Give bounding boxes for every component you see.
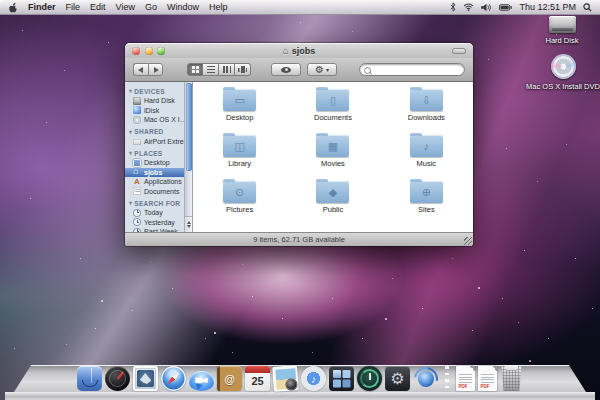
sidebar-item-applications[interactable]: Applications [125, 177, 192, 187]
battery-icon[interactable] [499, 4, 512, 11]
quick-look-button[interactable] [271, 63, 301, 76]
apple-menu[interactable] [8, 2, 17, 13]
search-field[interactable] [359, 63, 465, 76]
sidebar-item-airport-extreme[interactable]: AirPort Extreme [125, 137, 192, 147]
address-book-icon: @ [217, 366, 242, 391]
coverflow-view-icon [238, 66, 247, 73]
dock-ichat[interactable] [189, 371, 214, 391]
sidebar-section-search-for[interactable]: ▾SEARCH FOR [125, 199, 192, 209]
folder-glyph-icon: ⊕ [410, 181, 443, 203]
search-input[interactable] [375, 65, 455, 75]
bluetooth-icon[interactable] [450, 2, 456, 12]
gear-icon: ⚙ [315, 65, 324, 75]
window-titlebar[interactable]: ⌂ sjobs [125, 43, 473, 58]
sidebar-scrollbar[interactable] [184, 82, 192, 232]
front-row-icon [413, 366, 438, 391]
menu-window[interactable]: Window [167, 2, 199, 12]
menu-go[interactable]: Go [145, 2, 157, 12]
resize-grip[interactable] [464, 237, 472, 245]
sidebar-section-devices[interactable]: ▾DEVICES [125, 87, 192, 97]
zoom-button[interactable] [157, 47, 165, 55]
spotlight-search-icon[interactable] [583, 3, 592, 12]
dock-spaces[interactable] [329, 366, 354, 391]
sidebar-item-documents[interactable]: Documents [125, 187, 192, 197]
hard-disk-icon [133, 97, 141, 105]
view-button-list-view[interactable] [203, 63, 219, 76]
folder-movies[interactable]: ▦Movies [291, 135, 375, 181]
menu-finder[interactable]: Finder [28, 2, 56, 12]
menu-edit[interactable]: Edit [90, 2, 106, 12]
applications-icon [133, 178, 141, 186]
sidebar-section-places[interactable]: ▾PLACES [125, 149, 192, 159]
sidebar-item-label: Applications [144, 178, 182, 185]
sidebar-item-label: Mac OS X I… [144, 116, 187, 123]
folder-icon: ▦ [316, 135, 349, 157]
action-menu-button[interactable]: ⚙ ▾ [307, 63, 337, 76]
wifi-icon[interactable] [463, 3, 474, 11]
scrollbar-thumb[interactable] [186, 83, 192, 171]
view-button-coverflow-view[interactable] [235, 63, 251, 76]
menu-clock[interactable]: Thu 12:51 PM [519, 2, 576, 12]
dock-iphoto[interactable] [273, 366, 298, 391]
idisk-icon [133, 106, 141, 114]
sidebar-item-idisk[interactable]: iDisk [125, 106, 192, 116]
address-book-glyph: @ [217, 366, 242, 391]
scroll-down-icon[interactable] [187, 225, 191, 230]
view-button-column-view[interactable] [219, 63, 235, 76]
dock-itunes[interactable]: ♪ [301, 366, 326, 391]
menu-bar: FinderFileEditViewGoWindowHelp Thu 12:51… [0, 0, 600, 15]
dock-pdf-document[interactable]: PDF [456, 366, 475, 391]
toolbar-toggle-pill[interactable] [452, 48, 466, 54]
itunes-icon: ♪ [301, 366, 326, 391]
dock-safari[interactable] [161, 366, 186, 391]
forward-button[interactable] [148, 63, 163, 76]
folder-desktop[interactable]: ▭Desktop [198, 89, 282, 135]
folder-pictures[interactable]: ⊙Pictures [198, 181, 282, 227]
menu-view[interactable]: View [116, 2, 135, 12]
dock-front-row[interactable] [413, 366, 438, 391]
dock-time-machine[interactable] [357, 366, 382, 391]
folder-glyph-icon: ◆ [316, 181, 349, 203]
sidebar-item-yesterday[interactable]: Yesterday [125, 218, 192, 228]
dock-ical[interactable]: 25 [245, 366, 270, 391]
sidebar-item-hard-disk[interactable]: Hard Disk [125, 96, 192, 106]
disc-icon [133, 116, 141, 124]
dock-pdf-document-2[interactable]: PDF [478, 366, 497, 391]
folder-label: Documents [314, 113, 352, 122]
sidebar-item-today[interactable]: Today [125, 208, 192, 218]
install-dvd-icon [551, 54, 576, 79]
folder-music[interactable]: ♪Music [384, 135, 468, 181]
system-preferences-icon: ⚙ [385, 366, 410, 391]
dock-divider[interactable] [441, 366, 453, 391]
folder-icon: ⇩ [410, 89, 443, 111]
dock-dashboard[interactable] [105, 366, 130, 391]
folder-public[interactable]: ◆Public [291, 181, 375, 227]
folder-documents[interactable]: ▯Documents [291, 89, 375, 135]
dock-system-preferences[interactable]: ⚙ [385, 366, 410, 391]
close-button[interactable] [132, 47, 140, 55]
sidebar-section-shared[interactable]: ▾SHARED [125, 127, 192, 137]
scrollbar-arrows[interactable] [185, 216, 192, 232]
pdf-document-2-glyph: PDF [478, 366, 497, 391]
dock-trash[interactable] [500, 366, 523, 391]
desktop-icon-install-dvd[interactable]: Mac OS X Install DVD [521, 54, 600, 91]
sidebar-item-mac-os-x-i-[interactable]: Mac OS X I… [125, 115, 192, 125]
volume-icon[interactable] [481, 3, 492, 12]
menu-help[interactable]: Help [209, 2, 228, 12]
minimize-button[interactable] [145, 47, 153, 55]
scroll-up-icon[interactable] [187, 219, 191, 224]
dock-mail[interactable] [133, 366, 158, 391]
folder-downloads[interactable]: ⇩Downloads [384, 89, 468, 135]
folder-sites[interactable]: ⊕Sites [384, 181, 468, 227]
back-button[interactable] [133, 63, 148, 76]
sidebar-item-label: Desktop [144, 159, 170, 166]
desktop-background[interactable]: FinderFileEditViewGoWindowHelp Thu 12:51… [0, 0, 600, 400]
dock-finder[interactable] [77, 366, 102, 391]
clock-icon [133, 209, 141, 217]
sidebar-item-sjobs[interactable]: sjobs [125, 168, 192, 178]
view-button-icon-view[interactable] [187, 63, 203, 76]
dock-address-book[interactable]: @ [217, 366, 242, 391]
desktop-icon-hard-disk[interactable]: Hard Disk [520, 16, 600, 45]
menu-file[interactable]: File [66, 2, 81, 12]
folder-library[interactable]: ◫Library [198, 135, 282, 181]
